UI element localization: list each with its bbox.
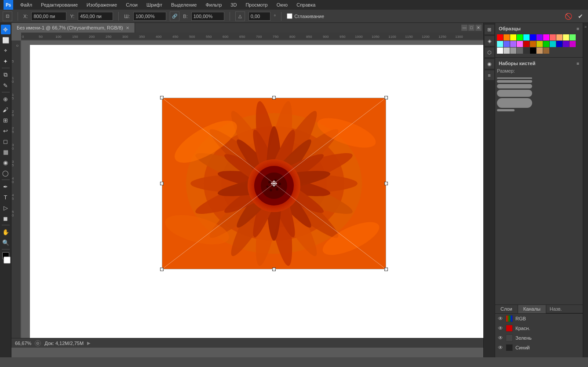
- menu-file[interactable]: Файл: [18, 1, 34, 8]
- smooth-option[interactable]: Сглаживание: [287, 13, 324, 19]
- image-container[interactable]: [162, 98, 386, 269]
- brush-item-1[interactable]: [497, 77, 581, 79]
- rotate-icon[interactable]: △: [235, 11, 245, 21]
- swatch-26[interactable]: [510, 48, 516, 54]
- close-btn[interactable]: ✕: [475, 25, 482, 31]
- tool-move[interactable]: ✥: [1, 25, 11, 34]
- brush-item-4[interactable]: [497, 90, 581, 97]
- brush-panel-menu[interactable]: ≡: [577, 61, 579, 66]
- swatches-menu-icon[interactable]: ≡: [577, 26, 579, 31]
- channel-row-rgb[interactable]: 👁 RGB: [495, 314, 583, 323]
- tool-eyedropper[interactable]: ✎: [1, 81, 11, 90]
- menu-view[interactable]: Просмотр: [244, 1, 269, 8]
- swatch-21[interactable]: [556, 41, 562, 47]
- eye-green[interactable]: 👁: [498, 335, 503, 341]
- swatch-5[interactable]: [530, 34, 536, 40]
- swatch-18[interactable]: [537, 41, 543, 47]
- tool-dodge[interactable]: ◯: [1, 168, 11, 178]
- tool-lasso[interactable]: ⌖: [1, 46, 11, 55]
- tool-healing[interactable]: ⊕: [1, 94, 11, 104]
- swatch-4[interactable]: [523, 34, 530, 40]
- channels-tab[interactable]: Каналы: [518, 305, 546, 313]
- h-input[interactable]: [191, 12, 224, 21]
- y-input[interactable]: [78, 12, 113, 21]
- smooth-checkbox[interactable]: [287, 13, 292, 19]
- swatch-24[interactable]: [497, 48, 503, 54]
- tool-path-select[interactable]: ▷: [1, 203, 11, 213]
- handle-top-right[interactable]: [384, 96, 388, 99]
- swatch-22[interactable]: [563, 41, 569, 47]
- handle-bot-mid[interactable]: [272, 268, 276, 271]
- minimize-btn[interactable]: —: [461, 25, 467, 31]
- tool-eraser[interactable]: ◻: [1, 136, 11, 146]
- x-input[interactable]: [31, 12, 66, 21]
- swatch-15[interactable]: [517, 41, 523, 47]
- handle-mid-right[interactable]: [384, 182, 388, 185]
- background-color[interactable]: [4, 257, 11, 264]
- swatch-25[interactable]: [504, 48, 510, 54]
- menu-edit[interactable]: Редактирование: [39, 1, 80, 8]
- swatch-23[interactable]: [570, 41, 576, 47]
- strip-icon-2[interactable]: ◈: [485, 36, 494, 46]
- panel-collapse-btn[interactable]: »: [583, 23, 588, 357]
- menu-select[interactable]: Выделение: [169, 1, 198, 8]
- brush-item-6[interactable]: [497, 109, 581, 111]
- swatch-2[interactable]: [510, 34, 516, 40]
- menu-help[interactable]: Справка: [295, 1, 317, 8]
- menu-layers[interactable]: Слои: [124, 1, 139, 8]
- strip-icon-5[interactable]: ≡: [485, 70, 494, 80]
- tool-gradient[interactable]: ▦: [1, 147, 11, 157]
- tool-brush[interactable]: 🖌: [1, 105, 11, 114]
- swatch-27[interactable]: [517, 48, 523, 54]
- document-tab[interactable]: Без имени-1 @ 66,7% (Chrysanthemum, RGB/…: [11, 23, 135, 33]
- menu-font[interactable]: Шрифт: [145, 1, 164, 8]
- strip-icon-1[interactable]: ⊞: [485, 25, 494, 34]
- commit-transform-btn[interactable]: ✔: [576, 11, 585, 21]
- tool-history-brush[interactable]: ↩: [1, 126, 11, 136]
- tool-crop[interactable]: ⧉: [1, 70, 11, 80]
- swatch-16[interactable]: [523, 41, 530, 47]
- swatch-13[interactable]: [504, 41, 510, 47]
- swatch-30[interactable]: [537, 48, 543, 54]
- handle-top-mid[interactable]: [272, 96, 276, 99]
- menu-window[interactable]: Окно: [275, 1, 290, 8]
- status-arrow[interactable]: ▶: [87, 341, 91, 345]
- swatch-6[interactable]: [537, 34, 543, 40]
- swatch-17[interactable]: [530, 41, 536, 47]
- transform-mode-icon[interactable]: ⊡: [3, 11, 12, 21]
- eye-blue[interactable]: 👁: [498, 345, 503, 351]
- maximize-btn[interactable]: □: [468, 25, 475, 31]
- channel-row-red[interactable]: 👁 Красн.: [495, 323, 583, 333]
- handle-bot-right[interactable]: [384, 268, 388, 271]
- menu-3d[interactable]: 3D: [229, 1, 238, 8]
- swatch-1[interactable]: [504, 34, 510, 40]
- swatch-11[interactable]: [570, 34, 576, 40]
- brush-item-3[interactable]: [497, 84, 581, 88]
- swatch-12[interactable]: [497, 41, 503, 47]
- link-icon[interactable]: 🔗: [170, 11, 179, 21]
- tool-pen[interactable]: ✒: [1, 182, 11, 191]
- swatch-20[interactable]: [550, 41, 556, 47]
- handle-top-left[interactable]: [160, 96, 164, 99]
- swatch-0[interactable]: [497, 34, 503, 40]
- swatch-3[interactable]: [517, 34, 523, 40]
- channel-row-blue[interactable]: 👁 Синий: [495, 343, 583, 352]
- eye-rgb[interactable]: 👁: [498, 316, 503, 322]
- tool-zoom[interactable]: 🔍: [1, 238, 11, 247]
- menu-filter[interactable]: Фильтр: [204, 1, 223, 8]
- swatch-31[interactable]: [543, 48, 549, 54]
- tool-magic-wand[interactable]: ✦: [1, 56, 11, 66]
- tab-close-btn[interactable]: ✕: [126, 26, 129, 30]
- layers-tab[interactable]: Слои: [495, 305, 518, 313]
- swatch-19[interactable]: [543, 41, 549, 47]
- menu-image[interactable]: Изображение: [85, 1, 119, 8]
- strip-icon-3[interactable]: ⬡: [485, 48, 494, 57]
- swatch-28[interactable]: [523, 48, 530, 54]
- swatch-7[interactable]: [543, 34, 549, 40]
- brush-item-2[interactable]: [497, 80, 581, 83]
- tool-shape[interactable]: ◼: [1, 213, 11, 223]
- tool-text[interactable]: T: [1, 192, 11, 202]
- handle-mid-left[interactable]: [160, 182, 164, 185]
- angle-input[interactable]: [248, 12, 270, 21]
- w-input[interactable]: [133, 12, 166, 21]
